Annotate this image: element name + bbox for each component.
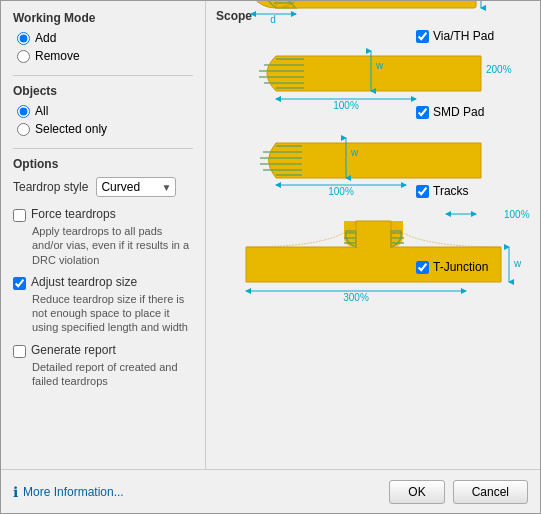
svg-rect-11: [276, 1, 476, 8]
more-info-link[interactable]: More Information...: [23, 485, 124, 499]
via-th-pad-label: Via/TH Pad: [433, 29, 494, 43]
generate-report-item: Generate report: [13, 343, 193, 358]
svg-text:100%: 100%: [504, 209, 530, 220]
working-mode-radio-group: Add Remove: [17, 31, 193, 63]
svg-text:w: w: [375, 60, 384, 71]
svg-text:300%: 300%: [343, 292, 369, 303]
generate-report-subtext: Detailed report of created and failed te…: [32, 360, 193, 389]
radio-remove-input[interactable]: [17, 50, 30, 63]
ok-button[interactable]: OK: [389, 480, 444, 504]
smd-pad-label: SMD Pad: [433, 105, 484, 119]
footer-left: ℹ More Information...: [13, 484, 124, 500]
working-mode-section: Working Mode Add Remove: [13, 11, 193, 63]
options-title: Options: [13, 157, 193, 171]
radio-remove-label: Remove: [35, 49, 80, 63]
teardrop-style-row: Teardrop style Curved ▼: [13, 177, 193, 197]
divider-2: [13, 148, 193, 149]
left-panel: Working Mode Add Remove Objects: [1, 1, 206, 469]
objects-radio-group: All Selected only: [17, 104, 193, 136]
adjust-teardrop-checkbox[interactable]: [13, 277, 26, 290]
tjunction-check-row: T-Junction: [416, 260, 494, 274]
generate-report-checkbox[interactable]: [13, 345, 26, 358]
working-mode-title: Working Mode: [13, 11, 193, 25]
radio-all-label: All: [35, 104, 48, 118]
force-teardrops-subtext: Apply teardrops to all pads and/or vias,…: [32, 224, 193, 267]
force-teardrops-label: Force teardrops: [31, 207, 116, 221]
generate-report-label: Generate report: [31, 343, 116, 357]
radio-add[interactable]: Add: [17, 31, 193, 45]
svg-rect-54: [356, 221, 391, 247]
smd-pad-checkbox[interactable]: [416, 106, 429, 119]
dialog-footer: ℹ More Information... OK Cancel: [1, 469, 540, 513]
tjunction-checkbox[interactable]: [416, 261, 429, 274]
radio-all[interactable]: All: [17, 104, 193, 118]
scope-checkboxes-overlay: Via/TH Pad SMD Pad Tracks T-Junction: [416, 29, 494, 274]
radio-remove[interactable]: Remove: [17, 49, 193, 63]
via-th-pad-checkbox[interactable]: [416, 30, 429, 43]
radio-add-input[interactable]: [17, 32, 30, 45]
radio-selected-only[interactable]: Selected only: [17, 122, 193, 136]
svg-text:100%: 100%: [328, 186, 354, 197]
radio-selected-input[interactable]: [17, 123, 30, 136]
force-teardrops-checkbox[interactable]: [13, 209, 26, 222]
dialog: Working Mode Add Remove Objects: [0, 0, 541, 514]
info-icon: ℹ: [13, 484, 18, 500]
options-section: Options Teardrop style Curved ▼ Force te…: [13, 157, 193, 388]
right-panel: Scope Via/TH Pad: [206, 1, 540, 469]
tracks-check-row: Tracks: [416, 184, 494, 198]
radio-selected-label: Selected only: [35, 122, 107, 136]
divider-1: [13, 75, 193, 76]
footer-buttons: OK Cancel: [389, 480, 528, 504]
tracks-checkbox[interactable]: [416, 185, 429, 198]
cancel-button[interactable]: Cancel: [453, 480, 528, 504]
adjust-teardrop-item: Adjust teardrop size: [13, 275, 193, 290]
tracks-label: Tracks: [433, 184, 469, 198]
teardrop-style-label: Teardrop style: [13, 180, 88, 194]
tjunction-label: T-Junction: [433, 260, 488, 274]
teardrop-style-value: Curved: [101, 180, 140, 194]
radio-add-label: Add: [35, 31, 56, 45]
svg-text:w: w: [513, 258, 522, 269]
adjust-teardrop-label: Adjust teardrop size: [31, 275, 137, 289]
via-check-row: Via/TH Pad: [416, 29, 494, 43]
svg-text:w: w: [350, 147, 359, 158]
objects-section: Objects All Selected only: [13, 84, 193, 136]
svg-text:100%: 100%: [333, 100, 359, 111]
force-teardrops-item: Force teardrops: [13, 207, 193, 222]
svg-text:d: d: [270, 14, 276, 25]
smd-check-row: SMD Pad: [416, 105, 494, 119]
objects-title: Objects: [13, 84, 193, 98]
teardrop-style-select[interactable]: Curved ▼: [96, 177, 176, 197]
dialog-content: Working Mode Add Remove Objects: [1, 1, 540, 469]
adjust-teardrop-subtext: Reduce teardrop size if there is not eno…: [32, 292, 193, 335]
radio-all-input[interactable]: [17, 105, 30, 118]
select-arrow-icon: ▼: [161, 182, 171, 193]
